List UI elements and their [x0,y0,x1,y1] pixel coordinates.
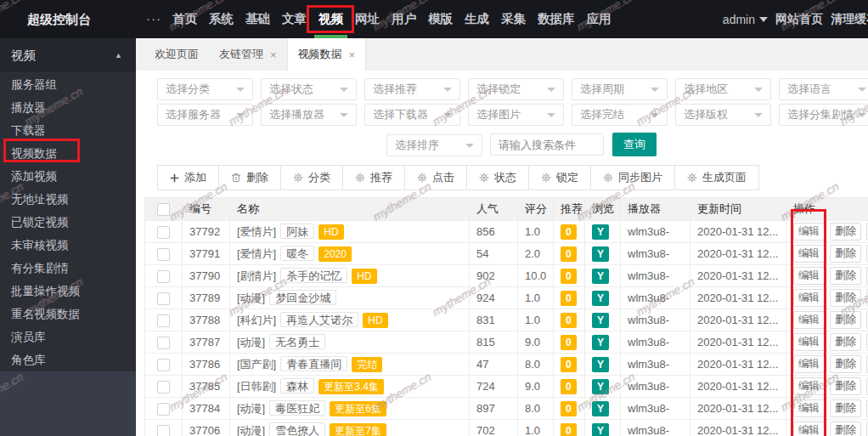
row-checkbox[interactable] [157,314,170,327]
row-checkbox[interactable] [157,359,170,371]
row-checkbox[interactable] [157,248,170,261]
view-badge[interactable]: Y [592,291,609,306]
filter-select[interactable]: 选择服务器 [157,104,253,126]
sidebar-item[interactable]: 播放器 [0,96,136,119]
filter-select[interactable]: 选择状态 [261,78,357,100]
toolbar-button-锁定[interactable]: 锁定 [528,165,591,190]
view-badge[interactable]: Y [592,335,609,350]
topbar-menu-item[interactable]: 网址 [349,0,386,38]
toolbar-button-添加[interactable]: 添加 [157,165,219,190]
view-badge[interactable]: Y [592,269,609,284]
toolbar-button-删除[interactable]: 删除 [218,165,281,190]
video-title[interactable]: 毒医狂妃 [269,400,325,416]
toolbar-button-推荐[interactable]: 推荐 [342,165,405,190]
sidebar-item[interactable]: 批量操作视频 [0,280,136,303]
recommend-badge[interactable]: 0 [561,269,577,284]
tab-友链管理[interactable]: 友链管理× [209,38,287,71]
edit-button[interactable]: 编辑 [793,333,825,351]
delete-button[interactable]: 删除 [830,223,861,241]
filter-select[interactable]: 选择分类 [157,78,253,100]
view-badge[interactable]: Y [592,357,609,372]
more-menu-icon[interactable]: ··· [146,0,161,37]
link-site-home[interactable]: 网站首页 [775,12,823,27]
tab-视频数据[interactable]: 视频数据× [287,38,367,71]
topbar-menu-item[interactable]: 采集 [495,0,532,38]
filter-select[interactable]: 选择周期 [572,78,668,100]
row-checkbox[interactable] [157,292,170,305]
topbar-menu-item[interactable]: 数据库 [532,0,581,38]
sidebar-item[interactable]: 未审核视频 [0,234,136,257]
view-badge[interactable]: Y [592,313,609,328]
filter-select[interactable]: 选择分集剧情 [779,104,868,126]
recommend-badge[interactable]: 0 [561,313,577,328]
delete-button[interactable]: 删除 [830,289,861,307]
delete-button[interactable]: 删除 [830,377,861,395]
tab-欢迎页面[interactable]: 欢迎页面 [144,38,209,71]
filter-select[interactable]: 选择版权 [675,104,771,126]
video-title[interactable]: 梦回金沙城 [269,290,336,305]
tab-close-icon[interactable]: × [270,48,277,61]
edit-button[interactable]: 编辑 [793,399,825,417]
topbar-menu-item[interactable]: 生成 [459,0,495,38]
edit-button[interactable]: 编辑 [793,355,825,373]
sidebar-item[interactable]: 无地址视频 [0,188,136,211]
search-input[interactable] [490,133,604,156]
filter-select[interactable]: 选择推荐 [364,78,460,100]
row-checkbox[interactable] [157,381,170,394]
view-badge[interactable]: Y [592,423,609,436]
video-title[interactable]: 暖冬 [280,246,314,261]
sidebar-item[interactable]: 角色库 [0,348,136,371]
view-badge[interactable]: Y [592,224,609,240]
recommend-badge[interactable]: 0 [561,379,577,394]
video-title[interactable]: 无名勇士 [269,334,325,349]
row-checkbox[interactable] [157,337,170,349]
filter-select[interactable]: 选择下载器 [364,104,460,126]
recommend-badge[interactable]: 0 [561,246,577,262]
topbar-menu-item[interactable]: 应用 [581,0,617,38]
view-badge[interactable]: Y [592,379,609,394]
toolbar-button-状态[interactable]: 状态 [466,165,529,190]
delete-button[interactable]: 删除 [830,245,861,263]
edit-button[interactable]: 编辑 [793,245,825,263]
recommend-badge[interactable]: 0 [561,335,577,350]
sidebar-item[interactable]: 重名视频数据 [0,303,136,326]
video-title[interactable]: 再造人艾诺尔 [280,312,358,327]
delete-button[interactable]: 删除 [830,355,861,373]
edit-button[interactable]: 编辑 [793,289,825,307]
filter-select[interactable]: 选择图片 [468,104,564,126]
tab-close-icon[interactable]: × [349,48,356,61]
delete-button[interactable]: 删除 [830,422,861,436]
filter-select[interactable]: 选择完结 [572,104,668,126]
sidebar-item[interactable]: 视频数据 [0,142,136,165]
edit-button[interactable]: 编辑 [793,267,825,285]
sidebar-item[interactable]: 已锁定视频 [0,211,136,234]
video-title[interactable]: 雪色撩人 [269,422,325,436]
topbar-menu-item[interactable]: 视频 [313,0,349,38]
toolbar-button-生成页面[interactable]: 生成页面 [674,165,759,190]
delete-button[interactable]: 删除 [830,399,861,417]
filter-select[interactable]: 选择语言 [779,78,868,100]
toolbar-button-分类[interactable]: 分类 [280,165,343,190]
topbar-menu-item[interactable]: 用户 [386,0,422,38]
video-title[interactable]: 青春直播间 [280,356,347,371]
sidebar-section-video[interactable]: 视频 ▲ [0,38,136,73]
topbar-menu-item[interactable]: 模版 [422,0,459,38]
topbar-menu-item[interactable]: 文章 [276,0,313,38]
user-dropdown[interactable]: admin [723,13,768,26]
filter-select[interactable]: 选择锁定 [468,78,564,100]
toolbar-button-同步图片[interactable]: 同步图片 [590,165,675,190]
select-sort[interactable]: 选择排序 [386,134,482,156]
view-badge[interactable]: Y [592,401,609,416]
video-title[interactable]: 森林 [280,378,314,394]
sidebar-item[interactable]: 下载器 [0,119,136,142]
row-checkbox[interactable] [157,403,170,416]
sidebar-item[interactable]: 有分集剧情 [0,257,136,280]
link-clear-cache[interactable]: 清理缓存 [831,12,868,27]
row-checkbox[interactable] [157,425,170,436]
video-title[interactable]: 杀手的记忆 [280,268,347,283]
edit-button[interactable]: 编辑 [793,223,825,241]
filter-select[interactable]: 选择地区 [675,78,771,100]
recommend-badge[interactable]: 0 [561,401,577,416]
delete-button[interactable]: 删除 [830,333,861,351]
toolbar-button-点击[interactable]: 点击 [404,165,467,190]
